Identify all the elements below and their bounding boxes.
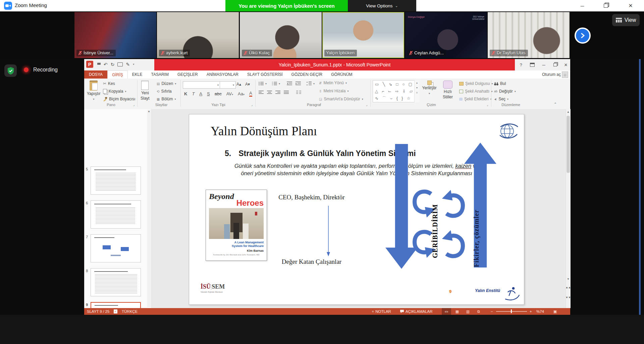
spellcheck-icon[interactable]: ✓ <box>114 309 117 313</box>
tab-gecisler[interactable]: GEÇİŞLER <box>173 70 202 79</box>
zoom-slider-thumb[interactable] <box>511 309 512 313</box>
zoom-in-button[interactable]: + <box>530 309 532 313</box>
sign-in-link[interactable]: Oturum aç <box>542 70 561 79</box>
encryption-badge[interactable] <box>4 64 17 77</box>
video-tile-ulku[interactable]: Ülkü Kulaç <box>240 12 322 58</box>
shrink-font-button[interactable]: A▾ <box>245 82 250 87</box>
bold-button[interactable]: K <box>184 91 187 96</box>
vertical-scrollbar[interactable]: ▲ ▼ ▲▲ ▼▼ <box>566 109 571 308</box>
video-tile-tayfun[interactable]: Dr Tayfun Utas <box>488 12 570 58</box>
convert-smartart-button[interactable]: ◲SmartArt'a Dönüştür▾ <box>319 97 363 101</box>
slideshow-view-button[interactable]: ⧉ <box>474 308 483 315</box>
select-button[interactable]: ➤Seç▾ <box>494 97 508 101</box>
zoom-percentage[interactable]: %74 <box>536 309 544 313</box>
shape-outline-button[interactable]: Şekil Anahattı▾ <box>459 89 492 94</box>
underline-button[interactable]: A <box>199 91 202 96</box>
layout-button[interactable]: ▤Düzen▾ <box>157 81 176 86</box>
quick-styles-button[interactable]: Hızlı Stiller <box>439 81 457 99</box>
find-button[interactable]: Bul <box>494 81 506 86</box>
slide-title[interactable]: Yalın Dönüşüm Planı <box>211 124 317 138</box>
align-center-icon[interactable] <box>267 91 272 95</box>
slide-thumbnail-8[interactable] <box>91 268 141 296</box>
clipboard-dialog-launcher[interactable]: ⌟ <box>133 103 135 106</box>
panel-scrollbar[interactable]: ▲ <box>147 110 151 307</box>
section-button[interactable]: ▦Bölüm▾ <box>157 97 176 101</box>
slide-thumbnail-6[interactable] <box>91 200 141 229</box>
reading-view-button[interactable]: ▥ <box>463 308 473 315</box>
notes-button[interactable]: ≡NOTLAR <box>372 309 391 313</box>
view-layout-button[interactable]: View <box>612 14 640 26</box>
slide-thumbnail-7[interactable] <box>91 234 141 262</box>
zoom-out-button[interactable]: − <box>491 309 493 313</box>
font-color-button[interactable]: A <box>249 91 252 97</box>
tab-gorunum[interactable]: GÖRÜNÜM <box>327 70 357 79</box>
tab-slayt-gosterisi[interactable]: SLAYT GÖSTERİSİ <box>243 70 287 79</box>
bullets-button[interactable]: ▾ <box>259 82 267 86</box>
change-case-button[interactable]: Aa▾ <box>238 91 245 96</box>
collapse-ribbon-button[interactable]: ⌃ <box>554 102 557 106</box>
numbering-button[interactable]: ▾ <box>272 82 280 86</box>
tab-giris[interactable]: GİRİŞ <box>107 70 128 79</box>
fit-to-window-button[interactable]: ▣ <box>550 308 560 315</box>
powerpoint-logo-icon[interactable]: P <box>86 61 93 68</box>
paste-button[interactable]: Yapıştır ▾ <box>87 81 100 101</box>
columns-icon[interactable] <box>296 91 301 95</box>
grow-font-button[interactable]: A▴ <box>236 82 241 87</box>
shape-fill-button[interactable]: Şekil Dolgusu▾ <box>459 81 493 86</box>
video-tile-istinye[interactable]: İstinye Üniver... <box>74 12 156 58</box>
slide-body-text[interactable]: Günlük saha Kontrolleri ve ayakta yapıla… <box>199 162 514 177</box>
shape-effects-button[interactable]: Şekil Efektleri▾ <box>459 97 492 101</box>
tab-tasarim[interactable]: TASARIM <box>147 70 173 79</box>
tab-animasyonlar[interactable]: ANİMASYONLAR <box>202 70 243 79</box>
text-direction-button[interactable]: ⇵Metin Yönü▾ <box>319 81 347 85</box>
line-spacing-button[interactable]: ▾ <box>306 82 315 86</box>
close-button[interactable]: ✕ <box>625 1 636 10</box>
char-spacing-button[interactable]: AV▾ <box>226 91 233 96</box>
italic-button[interactable]: T <box>192 91 195 96</box>
shapes-gallery-scroll[interactable]: ▴▾≡ <box>414 80 419 102</box>
tab-ekle[interactable]: EKLE <box>128 70 147 79</box>
previous-slide-button[interactable]: ▲▲ <box>566 285 571 290</box>
next-participants-button[interactable] <box>575 28 591 44</box>
replace-button[interactable]: abDeğiştir▾ <box>494 89 516 94</box>
scroll-down-icon[interactable]: ▼ <box>566 276 571 282</box>
align-right-icon[interactable] <box>275 91 280 95</box>
shadow-button[interactable]: S <box>207 91 210 96</box>
font-name-select[interactable]: ▾ <box>183 81 220 89</box>
view-options-button[interactable]: View Options ⌄ <box>348 0 416 11</box>
language-indicator[interactable]: TÜRKÇE <box>122 309 138 313</box>
undo-icon[interactable]: ↶ <box>104 62 108 67</box>
drawing-dialog-launcher[interactable]: ⌟ <box>487 103 488 106</box>
justify-icon[interactable] <box>284 91 289 95</box>
scroll-thumb[interactable] <box>567 116 570 173</box>
next-slide-button[interactable]: ▼▼ <box>566 295 571 300</box>
normal-view-button[interactable]: ▭ <box>442 308 451 315</box>
ppt-minimize-button[interactable]: ─ <box>538 59 549 70</box>
copy-button[interactable]: Kopyala▾ <box>103 89 126 94</box>
slide-heading[interactable]: 5. Stratejik yayılım & Günlük Yalın Yöne… <box>225 149 416 158</box>
align-text-button[interactable]: ⇳Metni Hizala▾ <box>319 89 348 93</box>
reset-button[interactable]: ⟲Sıfırla <box>157 89 172 94</box>
tab-gozden-gecir[interactable]: GÖZDEN GEÇİR <box>287 70 327 79</box>
redo-icon[interactable]: ↻ <box>111 62 115 67</box>
format-painter-button[interactable]: Biçim Boyacısı <box>103 97 136 101</box>
restore-button[interactable] <box>600 1 611 10</box>
paragraph-dialog-launcher[interactable]: ⌟ <box>366 103 367 106</box>
save-icon[interactable] <box>96 62 101 66</box>
decrease-indent-button[interactable] <box>287 82 292 86</box>
video-tile-ayberk[interactable]: ayberk.kurt <box>157 12 239 58</box>
pen-mode-icon[interactable]: ✎ <box>126 62 130 67</box>
book-cover[interactable]: Beyond Heroes A Lean Management System f… <box>206 190 267 261</box>
cut-button[interactable]: ✂Kes <box>103 81 115 86</box>
scroll-up-icon[interactable]: ▲ <box>566 109 571 114</box>
comments-button[interactable]: AÇIKLAMALAR <box>400 309 433 313</box>
slide-sorter-view-button[interactable]: ▦ <box>452 308 462 315</box>
arrange-button[interactable]: Yerleştir ▾ <box>421 81 438 96</box>
increase-indent-button[interactable] <box>296 82 301 86</box>
tab-dosya[interactable]: DOSYA <box>84 70 107 79</box>
slideshow-icon[interactable] <box>117 62 123 66</box>
shapes-gallery[interactable]: ▭ ╲ ⇘ □ ○ ▢ △ ⌐ ⌙ ⇨ ⇩ ▱ ∿ ⌒ ⌣ { } ☆ <box>373 80 419 102</box>
slide-thumbnail-5[interactable] <box>91 166 141 195</box>
ppt-restore-button[interactable] <box>550 59 560 70</box>
minimize-button[interactable]: ─ <box>577 1 588 10</box>
